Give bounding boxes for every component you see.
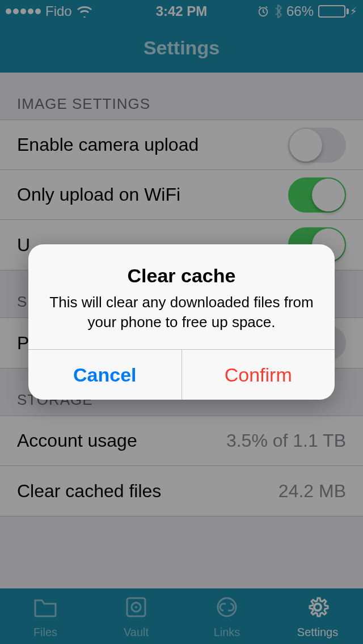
- cancel-button[interactable]: Cancel: [28, 350, 182, 400]
- alert-title: Clear cache: [45, 265, 318, 287]
- alert-dialog: Clear cache This will clear any download…: [28, 244, 335, 400]
- confirm-button[interactable]: Confirm: [182, 350, 335, 400]
- alert-buttons: Cancel Confirm: [28, 349, 335, 400]
- alert-message: This will clear any downloaded files fro…: [45, 293, 318, 332]
- modal-overlay: Clear cache This will clear any download…: [0, 0, 363, 644]
- screen: Fido 3:42 PM 66% ⚡︎: [0, 0, 363, 644]
- alert-body: Clear cache This will clear any download…: [28, 244, 335, 349]
